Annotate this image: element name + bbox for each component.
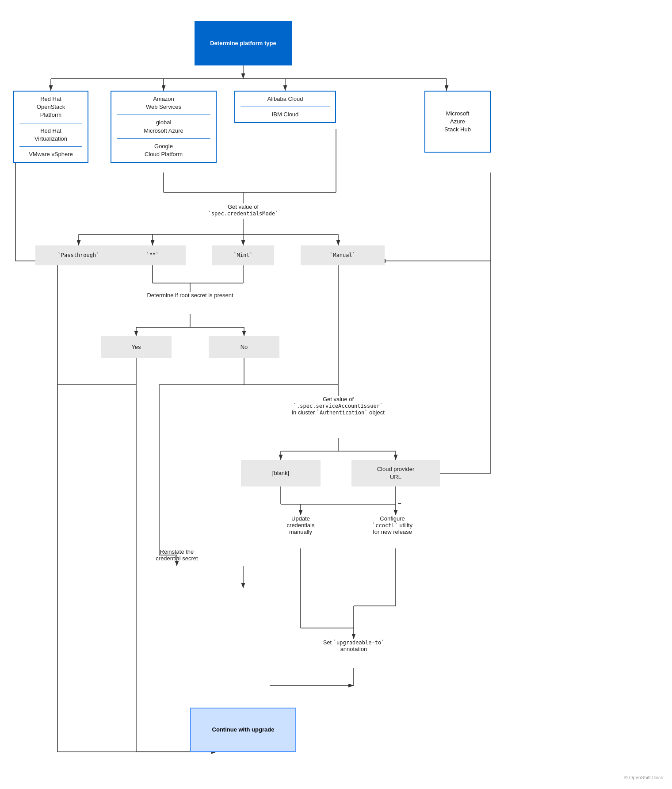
alibaba-platform-box: Alibaba Cloud IBM Cloud xyxy=(234,91,336,123)
ibm-cloud-label: IBM Cloud xyxy=(235,107,335,122)
empty-string-box: `""` xyxy=(119,245,186,265)
dash-label: – xyxy=(398,500,401,506)
manual-box: `Manual` xyxy=(301,245,385,265)
redhat-virtualization-label: Red HatVirtualization xyxy=(14,123,88,146)
determine-root-secret-label: Determine if root secret is present xyxy=(124,292,256,299)
yes-box: Yes xyxy=(101,336,172,358)
mint-box: `Mint` xyxy=(212,245,274,265)
configure-ccoctl-label: Configure`ccoctl` utilityfor new release xyxy=(354,515,431,535)
mint-label: `Mint` xyxy=(233,251,252,259)
passthrough-box: `Passthrough` xyxy=(35,245,122,265)
no-box: No xyxy=(209,336,279,358)
microsoft-label: MicrosoftAzureStack Hub xyxy=(444,110,471,134)
google-cloud-label: GoogleCloud Platform xyxy=(111,139,216,162)
redhat-platform-box: Red HatOpenStackPlatform Red HatVirtuali… xyxy=(13,91,88,163)
yes-label: Yes xyxy=(131,343,141,351)
vmware-vsphere-label: VMware vSphere xyxy=(14,147,88,162)
global-azure-label: globalMicrosoft Azure xyxy=(111,115,216,138)
cloud-provider-url-box: Cloud providerURL xyxy=(351,460,440,486)
blank-box: [blank] xyxy=(241,460,321,486)
arrows-svg xyxy=(0,0,672,789)
no-label: No xyxy=(241,343,248,351)
redhat-openstack-label: Red HatOpenStackPlatform xyxy=(14,92,88,123)
empty-string-label: `""` xyxy=(146,251,159,259)
aws-label: AmazonWeb Services xyxy=(111,92,216,115)
continue-upgrade-box[interactable]: Continue with upgrade xyxy=(190,708,296,752)
determine-platform-box: Determine platform type xyxy=(195,21,292,65)
alibaba-cloud-label: Alibaba Cloud xyxy=(235,92,335,107)
blank-label: [blank] xyxy=(272,469,289,477)
microsoft-platform-box: MicrosoftAzureStack Hub xyxy=(424,91,491,153)
aws-platform-box: AmazonWeb Services globalMicrosoft Azure… xyxy=(111,91,217,163)
get-credentials-mode-label: Get value of`spec.credentialsMode` xyxy=(137,203,349,217)
reinstate-label: Reinstate thecredential secret xyxy=(137,548,217,562)
continue-upgrade-label: Continue with upgrade xyxy=(212,726,275,734)
cloud-provider-url-label: Cloud providerURL xyxy=(377,465,415,481)
get-service-account-label: Get value of`.spec.serviceAccountIssuer`… xyxy=(248,396,429,416)
diagram-container: Determine platform type Red HatOpenStack… xyxy=(0,0,672,789)
manual-label: `Manual` xyxy=(330,251,355,259)
set-annotation-label: Set `upgradeable-to`annotation xyxy=(301,639,407,652)
watermark: © OpenShift Docs xyxy=(624,775,663,780)
passthrough-label: `Passthrough` xyxy=(58,251,99,259)
update-credentials-label: Updatecredentialsmanually xyxy=(270,515,332,535)
determine-platform-label: Determine platform type xyxy=(210,39,276,47)
